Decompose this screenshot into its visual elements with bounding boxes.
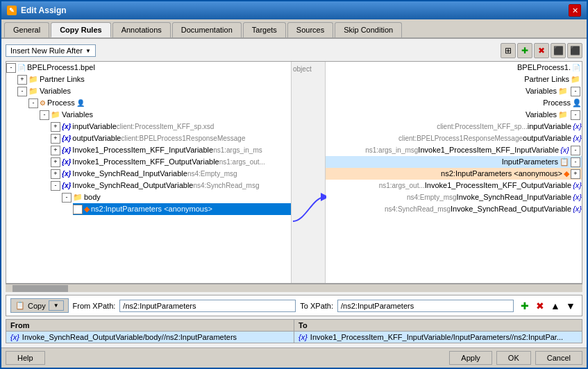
expander-icon[interactable]: -	[571, 157, 580, 167]
tab-copy-rules[interactable]: Copy Rules	[51, 22, 111, 37]
tree-row[interactable]: - 📄 BPELProcess1.bpel	[6, 62, 291, 74]
insert-dropdown[interactable]: Insert New Rule After ▼	[6, 44, 96, 57]
tree-row-highlighted[interactable]: InputParameters 📋 -	[326, 156, 582, 168]
proc-icon: ⚙	[40, 98, 46, 108]
from-to-row[interactable]: {x} Invoke_SynchRead_OutputVariable/body…	[6, 332, 582, 343]
expander-icon[interactable]: +	[51, 122, 60, 132]
delete-icon[interactable]: ✖	[533, 299, 547, 313]
expander-icon[interactable]: -	[28, 98, 38, 108]
tab-bar: General Copy Rules Annotations Documenta…	[1, 19, 587, 39]
tree-row[interactable]: client:ProcessItem_KFF_sp... inputVariab…	[326, 121, 582, 132]
object-label: object	[293, 65, 312, 73]
expander-icon[interactable]: +	[51, 146, 60, 155]
tree-row-selected[interactable]: + ◆ ns2:InputParameters <anonymous>	[73, 203, 291, 215]
move-right-icon-btn[interactable]: ⬛	[567, 43, 582, 58]
tree-row[interactable]: + 📁 Partner Links	[17, 74, 291, 85]
expander-icon[interactable]: +	[73, 205, 83, 214]
add-icon-btn[interactable]: ✚	[517, 43, 532, 58]
tree-row[interactable]: ns4:Empty_msg Invoke_SynchRead_InputVari…	[326, 191, 582, 203]
expander-icon[interactable]: -	[62, 193, 72, 203]
tree-row[interactable]: Variables 📁 -	[326, 85, 582, 97]
tree-row[interactable]: - 📁 body	[62, 191, 291, 203]
tree-row[interactable]: + {x} outputVariable client:BPELProcess1…	[51, 132, 291, 144]
expander-icon[interactable]: +	[17, 75, 27, 85]
window-title: Edit Assign	[21, 6, 67, 15]
grid-icon-btn[interactable]: ⊞	[501, 43, 516, 58]
expander-icon[interactable]: +	[51, 134, 60, 144]
tree-item-label: Partner Links	[40, 74, 85, 85]
var-icon: {x}	[62, 121, 71, 132]
tree-row[interactable]: - 📁 Variables	[17, 85, 291, 97]
cancel-button[interactable]: Cancel	[535, 351, 582, 365]
tree-row[interactable]: - {x} Invoke_SynchRead_OutputVariable ns…	[51, 180, 291, 191]
tree-row[interactable]: - 📁 Variables	[40, 109, 291, 121]
tree-row-orange[interactable]: ns2:InputParameters <anonymous> ◆ +	[326, 168, 582, 180]
tree-row[interactable]: + {x} Invoke1_ProcessItem_KFF_OutputVari…	[51, 156, 291, 168]
close-button[interactable]: ✕	[569, 4, 581, 17]
right-buttons: Apply OK Cancel	[449, 351, 582, 365]
left-tree[interactable]: - 📄 BPELProcess1.bpel + 📁 Partner Links …	[6, 62, 291, 283]
diamond-icon: ◆	[84, 204, 90, 214]
expander-icon[interactable]: -	[571, 146, 580, 155]
tab-skip-condition[interactable]: Skip Condition	[335, 22, 402, 37]
right-tree[interactable]: BPELProcess1. 📄 Partner Links 📁 Variable…	[326, 62, 582, 283]
tree-row[interactable]: ns1:args_in_msg Invoke1_ProcessItem_KFF_…	[326, 144, 582, 156]
to-xpath-input[interactable]	[337, 300, 514, 312]
expander-icon[interactable]: -	[40, 110, 49, 120]
tree-row[interactable]: Partner Links 📁	[326, 74, 582, 85]
up-icon[interactable]: ▲	[548, 299, 562, 313]
tab-sources[interactable]: Sources	[287, 22, 333, 37]
connector-panel: object	[291, 62, 326, 283]
from-value: Invoke_SynchRead_OutputVariable/body//ns…	[22, 333, 237, 341]
delete-icon-btn[interactable]: ✖	[534, 43, 549, 58]
expander-icon[interactable]: -	[51, 181, 60, 191]
tab-targets[interactable]: Targets	[243, 22, 286, 37]
expander-icon[interactable]: +	[51, 169, 60, 179]
help-button[interactable]: Help	[6, 351, 45, 365]
from-xpath-input[interactable]	[119, 300, 296, 312]
var-icon: {x}	[573, 121, 582, 132]
copy-label: Copy	[28, 302, 46, 310]
proc-icon: 👤	[572, 98, 582, 108]
move-left-icon-btn[interactable]: ⬛	[551, 43, 566, 58]
tab-documentation[interactable]: Documentation	[172, 22, 242, 37]
tree-row[interactable]: client:BPELProcess1ResponseMessage outpu…	[326, 132, 582, 144]
horizontal-scrollbar[interactable]	[6, 284, 582, 292]
tree-item-suffix: ns4:SynchRead_msg	[193, 180, 259, 191]
tree-item-label: outputVariable	[523, 133, 571, 144]
folder-icon: 📁	[558, 86, 568, 96]
copy-button[interactable]: 📋 Copy ▼	[10, 298, 69, 313]
tree-row[interactable]: + {x} Invoke_SynchRead_InputVariable ns4…	[51, 168, 291, 180]
expander-icon[interactable]: +	[51, 157, 60, 167]
tree-row[interactable]: BPELProcess1. 📄	[326, 62, 582, 74]
to-header: To	[294, 320, 582, 331]
tree-item-label: Process	[47, 98, 75, 108]
tree-row[interactable]: Variables 📁 -	[326, 109, 582, 121]
tree-row[interactable]: + {x} Invoke1_ProcessItem_KFF_InputVaria…	[51, 144, 291, 156]
apply-button[interactable]: Apply	[449, 351, 492, 365]
tree-row[interactable]: ns4:SynchRead_msg Invoke_SynchRead_Outpu…	[326, 203, 582, 215]
tree-row[interactable]: ns1:args_out... Invoke1_ProcessItem_KFF_…	[326, 180, 582, 191]
folder-icon: 📁	[51, 110, 60, 120]
tree-row[interactable]: - ⚙ Process 👤	[28, 97, 291, 109]
to-var-icon: {x}	[299, 333, 308, 341]
expander-icon[interactable]: -	[6, 63, 16, 73]
down-icon[interactable]: ▼	[564, 299, 578, 313]
tree-row[interactable]: + {x} inputVariable client:ProcessItem_K…	[51, 121, 291, 132]
tree-row[interactable]: Process 👤	[326, 97, 582, 109]
folder-icon: 📁	[28, 86, 38, 96]
tree-item-suffix: ns1:args_in_ms	[213, 145, 262, 155]
toolbar-icons: ⊞ ✚ ✖ ⬛ ⬛	[501, 43, 582, 58]
expander-icon[interactable]: -	[571, 110, 580, 120]
expander-icon[interactable]: +	[571, 169, 580, 179]
var-icon: {x}	[62, 133, 71, 144]
ok-button[interactable]: OK	[496, 351, 531, 365]
expander-icon[interactable]: -	[17, 87, 27, 96]
scrollbar-thumb[interactable]	[12, 285, 68, 292]
tab-general[interactable]: General	[4, 22, 49, 37]
proc2-icon: 👤	[76, 98, 85, 108]
add-icon[interactable]: ✚	[518, 299, 532, 313]
from-to-header: From To	[6, 320, 582, 332]
expander-icon[interactable]: -	[571, 87, 580, 96]
tab-annotations[interactable]: Annotations	[112, 22, 171, 37]
